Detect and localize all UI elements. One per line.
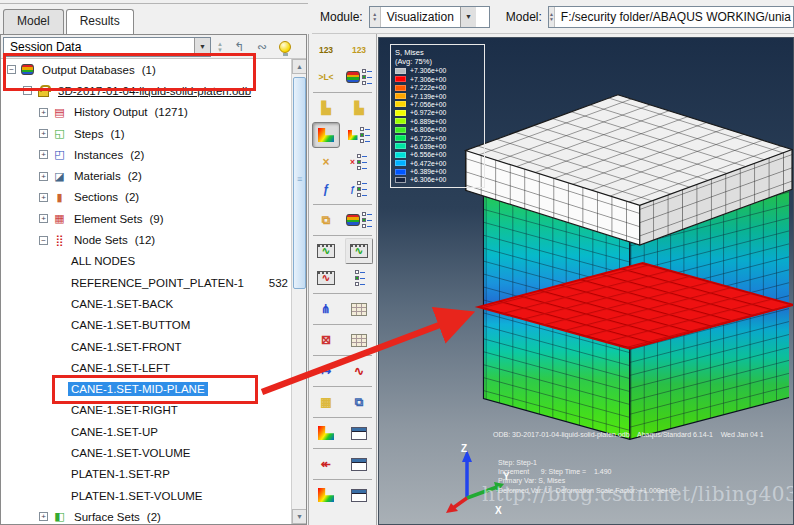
plot-states-button[interactable]: ▙ (345, 95, 373, 121)
plot-undeformed-shape-button[interactable]: ▙ (312, 95, 340, 121)
tree-item-set-up[interactable]: CANE-1.SET-UP (1, 421, 306, 442)
tree-item-set-back[interactable]: CANE-1.SET-BACK (1, 293, 306, 314)
tree-item-label: REFERENCE_POINT_PLATEN-1 (68, 276, 247, 290)
display-group-manager-button[interactable] (345, 207, 373, 233)
view-cut-button[interactable] (312, 420, 340, 446)
tree-item-surface-sets[interactable]: +◧Surface Sets(2) (1, 506, 306, 524)
scroll-down-icon[interactable]: ▼ (292, 509, 307, 524)
tab-results[interactable]: Results (66, 9, 134, 36)
report-xy-button[interactable]: ⧉ (345, 389, 373, 415)
tree-item-odb-file[interactable]: −3D-2017-01-04-liquid-solid-platen.odb (1, 80, 306, 101)
query-button[interactable]: ⋔ (312, 296, 340, 322)
odb-display-options-button[interactable] (345, 64, 373, 90)
viewport-annotation-options-button[interactable] (345, 296, 373, 322)
tick-marks-button[interactable]: >L< (312, 64, 340, 90)
xy-data-manager-button[interactable] (345, 327, 373, 353)
tree-item-reference-point-platen[interactable]: REFERENCE_POINT_PLATEN-1532 (1, 272, 306, 293)
session-data-combo[interactable]: Session Data ▼ (3, 37, 211, 57)
material-orientation-button[interactable]: ƒ (312, 176, 340, 202)
tree-item-node-sets[interactable]: −⣿Node Sets(12) (1, 229, 306, 250)
node-labels-button[interactable]: 123 (312, 37, 340, 63)
report-field-output-button[interactable]: ▦ (312, 389, 340, 415)
module-bar: Module: ▲▼ Visualization ▼ Model: ▲▼ F:/… (312, 0, 794, 34)
tree-item-all-nodes[interactable]: ALL NODES (1, 251, 306, 272)
tree-item-label: CANE-1.SET-LEFT (68, 361, 173, 375)
animate-harmonic-button[interactable]: ∿ (312, 265, 340, 291)
create-display-group-button[interactable]: ⧉ (312, 207, 340, 233)
tree-item-platen-set-rp[interactable]: PLATEN-1.SET-RP (1, 464, 306, 485)
expand-toggle-icon[interactable]: + (39, 108, 48, 117)
node-labels-options-button[interactable]: 123 (345, 37, 373, 63)
link-select-icon[interactable]: ∾ (252, 37, 272, 57)
xy-curve-button[interactable]: ∿ (345, 358, 373, 384)
module-combo[interactable]: ▲▼ Visualization ▼ (369, 6, 490, 28)
tree-item-label: PLATEN-1.SET-VOLUME (68, 489, 205, 503)
tab-model[interactable]: Model (3, 9, 64, 36)
collapse-folder-icon[interactable]: ↰ (229, 37, 249, 57)
stream-manager-button[interactable] (345, 482, 373, 508)
tree-updown-spinner[interactable]: ▲▼ (214, 41, 226, 53)
tree-item-label: 3D-2017-01-04-liquid-solid-platen.odb (55, 84, 254, 98)
chevron-down-icon[interactable]: ▼ (194, 38, 210, 56)
viewport-canvas[interactable]: S, Mises (Avg: 75%) +7.306e+00+7.306e+00… (378, 37, 794, 525)
plot-symbols-button[interactable]: × (312, 149, 340, 175)
animate-scale-factor-button[interactable]: ∿ (312, 238, 340, 264)
expand-toggle-icon[interactable]: + (39, 150, 48, 159)
expand-toggle-icon[interactable]: + (39, 512, 48, 521)
tree-item-element-sets-icon: ▦ (52, 213, 67, 224)
tree-item-element-sets[interactable]: +▦Element Sets(9) (1, 208, 306, 229)
orientation-options-button[interactable]: ƒ (345, 176, 373, 202)
animation-options-button[interactable] (345, 265, 373, 291)
tree-item-label: CANE-1.SET-RIGHT (68, 403, 181, 417)
tree-item-label: CANE-1.SET-MID-PLANE (68, 382, 208, 396)
toolbox-separator (313, 448, 372, 449)
tree-item-set-left[interactable]: CANE-1.SET-LEFT (1, 357, 306, 378)
tree-item-odb-file-icon (36, 85, 51, 97)
chevron-down-icon[interactable]: ▼ (460, 7, 476, 27)
results-tree-panel: Session Data ▼ ▲▼ ↰ ∾ −Output Databases(… (0, 34, 307, 525)
tree-item-materials[interactable]: +◪Materials(2) (1, 165, 306, 186)
expand-toggle-icon[interactable]: − (23, 86, 32, 95)
tree-item-output-databases[interactable]: −Output Databases(1) (1, 59, 306, 80)
lightbulb-icon[interactable] (275, 37, 295, 57)
plot-contours-button[interactable] (312, 122, 340, 148)
expand-toggle-icon[interactable]: − (7, 65, 16, 74)
tree-item-instances[interactable]: +◰Instances(2) (1, 144, 306, 165)
tree-item-set-volume[interactable]: CANE-1.SET-VOLUME (1, 442, 306, 463)
tree-item-sections[interactable]: +▮Sections(2) (1, 187, 306, 208)
expand-toggle-icon[interactable]: + (39, 172, 48, 181)
tree-item-history-output[interactable]: +▤History Output(1271) (1, 102, 306, 123)
view-cut-manager-button[interactable] (345, 420, 373, 446)
expand-toggle-icon[interactable]: + (39, 129, 48, 138)
module-label: Module: (320, 10, 363, 24)
session-data-value: Session Data (4, 40, 194, 54)
tree-item-sections-icon: ▮ (52, 192, 67, 203)
tree-item-set-front[interactable]: CANE-1.SET-FRONT (1, 336, 306, 357)
tree-scrollbar[interactable]: ▲ ▼ (291, 59, 306, 524)
symbol-options-button[interactable]: × (345, 149, 373, 175)
animate-time-history-button[interactable]: ∿ (345, 238, 373, 264)
tree-item-label: Node Sets (71, 233, 131, 247)
spinner-icon[interactable]: ▲▼ (370, 7, 381, 27)
tree-item-platen-set-volume[interactable]: PLATEN-1.SET-VOLUME (1, 485, 306, 506)
tree-item-steps[interactable]: +◱Steps(1) (1, 123, 306, 144)
contour-options-button[interactable] (345, 122, 373, 148)
tree-item-label: ALL NODES (68, 254, 138, 268)
tree-item-set-right[interactable]: CANE-1.SET-RIGHT (1, 400, 306, 421)
create-xy-data-button[interactable]: ⊠ (312, 327, 340, 353)
tree-item-instances-icon: ◰ (52, 149, 67, 160)
tree-item-count: (2) (147, 511, 161, 523)
scrollbar-thumb[interactable] (293, 77, 306, 289)
expand-toggle-icon[interactable]: − (39, 236, 48, 245)
expand-toggle-icon[interactable]: + (39, 193, 48, 202)
free-body-manager-button[interactable] (345, 451, 373, 477)
scroll-up-icon[interactable]: ▲ (292, 59, 307, 74)
tree-item-label: PLATEN-1.SET-RP (68, 467, 173, 481)
tree-item-set-mid-plane[interactable]: CANE-1.SET-MID-PLANE (1, 378, 306, 399)
model-combo[interactable]: ▲▼ F:/security folder/ABAQUS WORKING/uni… (548, 6, 794, 28)
xy-span-button[interactable]: ↦ (312, 358, 340, 384)
free-body-cut-button[interactable]: ↞ (312, 451, 340, 477)
stream-button[interactable] (312, 482, 340, 508)
tree-item-set-buttom[interactable]: CANE-1.SET-BUTTOM (1, 315, 306, 336)
expand-toggle-icon[interactable]: + (39, 214, 48, 223)
